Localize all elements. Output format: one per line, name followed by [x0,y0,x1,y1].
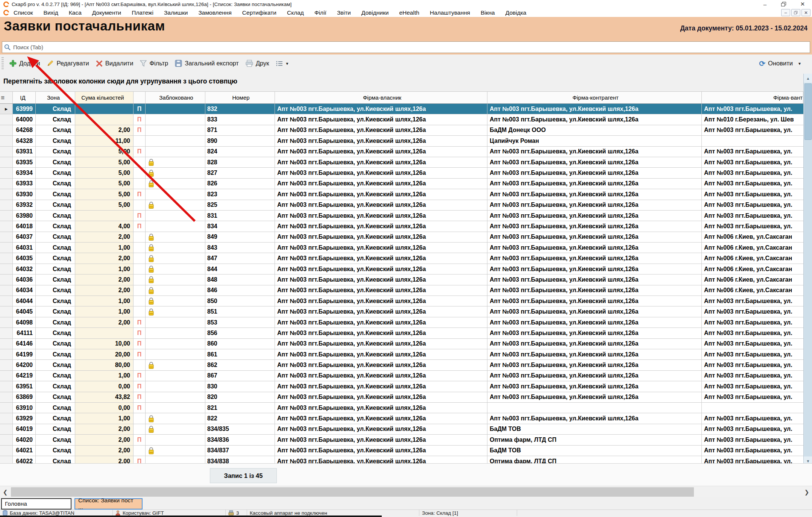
edit-button[interactable]: Редагувати [43,58,92,68]
menu-item-9[interactable]: Склад [287,9,304,16]
column-header-sel[interactable]: ≣ [0,92,13,103]
horizontal-scroll-thumb[interactable] [11,487,694,497]
column-header-num[interactable]: Номер [205,92,275,103]
table-row[interactable]: 64200Склад80,00862Апт №003 пгт.Барышевка… [0,360,803,370]
table-row[interactable]: 63869Склад43,82П820Апт №003 пгт.Барышевк… [0,392,803,403]
table-row[interactable]: 63980СкладП831Апт №003 пгт.Барышевка, ул… [0,211,803,221]
table-row[interactable]: ▸63999СкладП832Апт №003 пгт.Барышевка, у… [0,104,803,114]
table-row[interactable]: 64328Склад11,00890Апт №003 пгт.Барышевка… [0,136,803,146]
table-row[interactable]: 64098Склад2,00П853Апт №003 пгт.Барышевка… [0,317,803,328]
table-row[interactable]: 63931Склад5,00П824Апт №003 пгт.Барышевка… [0,147,803,157]
column-header-ctr[interactable]: Фірма-контрагент [487,92,702,103]
cell-con: Апт №003 пгт.Барышевка, ул. [702,381,803,391]
cell-own: Апт №003 пгт.Барышевка, ул.Киевский шлях… [275,339,487,349]
filter-button[interactable]: Фільтр [137,58,172,68]
vertical-scroll-thumb[interactable] [804,83,812,140]
menu-item-11[interactable]: Звіти [337,9,351,16]
delete-button[interactable]: Видалити [93,58,137,68]
menu-item-4[interactable]: Документи [92,9,121,16]
refresh-button[interactable]: ⟳ Оновити [756,58,796,70]
table-row[interactable]: 64022Склад2,00П834/838Апт №003 пгт.Барыш… [0,456,803,463]
menu-item-16[interactable]: Довідка [505,9,527,16]
tab-home[interactable]: Головна [1,498,71,509]
mdi-restore-button[interactable] [791,9,800,16]
menu-item-2[interactable]: Вихід [44,9,58,16]
column-header-zone[interactable]: Зона [36,92,75,103]
table-row[interactable]: 64219Склад1,00П867Апт №003 пгт.Барышевка… [0,371,803,381]
table-row[interactable]: 64045Склад1,00851Апт №003 пгт.Барышевка,… [0,306,803,317]
table-row[interactable]: 64268Склад2,00П871Апт №003 пгт.Барышевка… [0,125,803,136]
search-input[interactable] [13,44,810,50]
menu-item-6[interactable]: Залишки [164,9,188,16]
menu-item-13[interactable]: eHealth [399,9,419,16]
cell-ctr: БаДМ ТОВ [487,424,702,434]
vertical-scrollbar[interactable]: ▲ ▼ [803,74,812,465]
table-row[interactable]: 64036Склад2,00848Апт №003 пгт.Барышевка,… [0,274,803,285]
table-row[interactable]: 64044Склад1,00850Апт №003 пгт.Барышевка,… [0,296,803,306]
record-bar: Запис 1 із 45 [0,463,812,486]
scroll-up-icon[interactable]: ▲ [804,74,812,83]
menu-item-5[interactable]: Платежі [132,9,153,16]
tab-supplier-requests[interactable]: Список: Заявки пост ... [74,498,143,509]
toolbar-grip[interactable] [2,57,4,70]
cell-con: Апт №003 пгт.Барышевка, ул. [702,339,803,349]
scroll-left-icon[interactable]: ❮ [0,486,11,498]
menu-item-8[interactable]: Сертифікати [242,9,276,16]
table-row[interactable]: 64035Склад2,00847Апт №003 пгт.Барышевка,… [0,253,803,264]
export-button[interactable]: Загальний експорт [172,58,242,68]
table-row[interactable]: 64034Склад2,00846Апт №003 пгт.Барышевка,… [0,285,803,296]
table-row[interactable]: 64032Склад1,00844Апт №003 пгт.Барышевка,… [0,264,803,274]
table-row[interactable]: 64111СкладП856Апт №003 пгт.Барышевка, ул… [0,328,803,338]
horizontal-scrollbar[interactable]: ❮ ❯ [0,486,812,497]
menu-item-1[interactable]: Список [14,9,33,16]
cell-zone: Склад [36,328,75,338]
menu-item-3[interactable]: Каса [69,9,82,16]
group-by-panel[interactable]: Перетягніть заголовок колонки сюди для у… [0,72,812,91]
add-button[interactable]: Додати [6,58,43,68]
view-options-button[interactable]: ▾ [273,59,292,68]
table-row[interactable]: 64146Склад10,00П860Апт №003 пгт.Барышевк… [0,339,803,349]
mdi-minimize-button[interactable]: – [781,9,790,16]
restore-button[interactable] [774,0,793,8]
table-row[interactable]: 64037Склад2,00849Апт №003 пгт.Барышевка,… [0,232,803,243]
column-header-id[interactable]: ІД [13,92,36,103]
menu-item-14[interactable]: Налаштування [430,9,470,16]
table-row[interactable]: 63934Склад5,00827Апт №003 пгт.Барышевка,… [0,168,803,178]
menu-item-7[interactable]: Замовлення [198,9,231,16]
table-row[interactable]: 63929Склад1,00822Апт №003 пгт.Барышевка,… [0,413,803,424]
table-row[interactable]: 63935Склад5,00828Апт №003 пгт.Барышевка,… [0,157,803,168]
cell-ctr: Апт №003 пгт.Барышевка, ул.Киевский шлях… [487,264,702,274]
table-row[interactable]: 63932Склад5,00825Апт №003 пгт.Барышевка,… [0,200,803,211]
table-row[interactable]: 63910Склад0,00П821Апт №003 пгт.Барышевка… [0,403,803,413]
column-header-p[interactable] [134,92,146,103]
cell-num: 831 [205,211,275,221]
cell-ctr: Апт №003 пгт.Барышевка, ул.Киевский шлях… [487,339,702,349]
table-row[interactable]: 63951Склад0,00П830Апт №003 пгт.Барышевка… [0,381,803,392]
cell-num: 824 [205,147,275,157]
table-row[interactable]: 64199Склад20,00П861Апт №003 пгт.Барышевк… [0,349,803,360]
column-header-sum[interactable]: Сума кількостей [75,92,134,103]
cell-sum: 1,00 [75,306,134,317]
column-header-lock[interactable]: Заблоковано [146,92,205,103]
close-button[interactable]: ✕ [793,0,812,8]
menu-item-15[interactable]: Вікна [481,9,495,16]
refresh-caret-icon[interactable]: ▾ [798,61,801,66]
table-row[interactable]: 64031Склад1,00843Апт №003 пгт.Барышевка,… [0,243,803,253]
column-header-own[interactable]: Фірма-власник [275,92,487,103]
table-row[interactable]: 64021Склад2,00834/837Апт №003 пгт.Барыше… [0,446,803,456]
scroll-right-icon[interactable]: ❯ [801,486,812,498]
search-icon [4,44,11,51]
minimize-button[interactable]: – [756,0,774,8]
lock-icon [147,255,155,262]
table-row[interactable]: 63933Склад5,00826Апт №003 пгт.Барышевка,… [0,179,803,189]
table-row[interactable]: 63930Склад5,00П823Апт №003 пгт.Барышевка… [0,189,803,200]
table-row[interactable]: 64018Склад4,00П834Апт №003 пгт.Барышевка… [0,221,803,232]
menu-item-12[interactable]: Довідники [361,9,389,16]
table-row[interactable]: 64019Склад2,00834/835Апт №003 пгт.Барыше… [0,424,803,435]
table-row[interactable]: 64000СкладП833Апт №003 пгт.Барышевка, ул… [0,114,803,125]
mdi-close-button[interactable]: ✕ [801,9,810,16]
table-row[interactable]: 64020Склад2,00П834/836Апт №003 пгт.Барыш… [0,435,803,445]
menu-item-10[interactable]: Філії [314,9,326,16]
column-header-con[interactable]: Фірма-вант [702,92,803,103]
print-button[interactable]: Друк [242,58,273,68]
